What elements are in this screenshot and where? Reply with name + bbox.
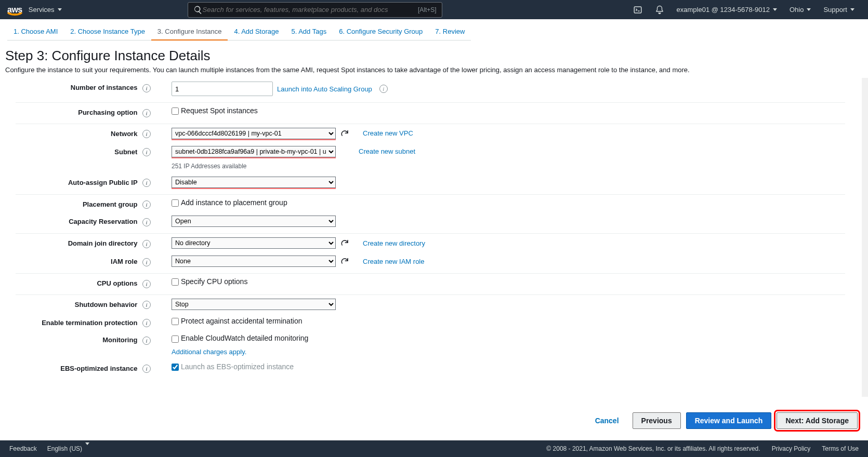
row-auto-ip: Auto-assign Public IP i Disable — [0, 173, 861, 191]
info-icon[interactable]: i — [142, 200, 151, 209]
search-icon — [193, 5, 203, 15]
refresh-icon[interactable] — [340, 238, 349, 248]
directory-select[interactable]: No directory — [172, 237, 336, 249]
review-launch-button[interactable]: Review and Launch — [686, 412, 772, 429]
feedback-link[interactable]: Feedback — [9, 445, 37, 452]
cpu-checkbox-wrap[interactable]: Specify CPU options — [172, 277, 247, 286]
row-placement: Placement group i Add instance to placem… — [0, 195, 861, 212]
termination-checkbox-wrap[interactable]: Protect against accidental termination — [172, 317, 302, 325]
cpu-checkbox-label: Specify CPU options — [181, 277, 247, 286]
wizard-step-7[interactable]: 7. Review — [429, 24, 471, 41]
info-icon[interactable]: i — [142, 148, 151, 156]
info-icon[interactable]: i — [142, 280, 151, 288]
capacity-select[interactable]: Open — [172, 216, 336, 227]
row-network: Network i vpc-066dcccf4d8026199 | my-vpc… — [0, 124, 861, 142]
next-add-storage-button[interactable]: Next: Add Storage — [777, 412, 858, 429]
row-termination: Enable termination protection i Protect … — [0, 313, 861, 331]
account-menu[interactable]: example01 @ 1234-5678-9012 — [670, 6, 783, 14]
page-title: Step 3: Configure Instance Details — [0, 41, 868, 66]
label-capacity: Capacity Reservation — [69, 218, 137, 225]
info-icon[interactable]: i — [142, 179, 151, 187]
monitoring-charges-link[interactable]: Additional charges apply. — [172, 348, 246, 356]
create-vpc-link[interactable]: Create new VPC — [363, 129, 413, 137]
create-subnet-link[interactable]: Create new subnet — [359, 147, 415, 155]
ebs-checkbox-label: Launch as EBS-optimized instance — [181, 362, 294, 371]
language-menu[interactable]: English (US) — [47, 445, 89, 452]
form-scroll-area[interactable]: Number of instances i Launch into Auto S… — [0, 78, 868, 397]
monitoring-checkbox-label: Enable CloudWatch detailed monitoring — [181, 334, 308, 342]
notifications-button[interactable] — [649, 5, 670, 15]
monitoring-checkbox[interactable] — [172, 335, 179, 343]
previous-button[interactable]: Previous — [633, 412, 681, 429]
label-directory: Domain join directory — [68, 239, 138, 247]
wizard-step-1[interactable]: 1. Choose AMI — [7, 24, 64, 41]
termination-checkbox[interactable] — [172, 318, 179, 325]
region-menu[interactable]: Ohio — [783, 6, 817, 14]
info-icon[interactable]: i — [142, 84, 151, 92]
create-iam-link[interactable]: Create new IAM role — [363, 258, 425, 265]
search-shortcut: [Alt+S] — [418, 6, 437, 14]
info-icon[interactable]: i — [142, 109, 151, 117]
search-input[interactable] — [203, 6, 418, 14]
cancel-button[interactable]: Cancel — [587, 412, 627, 429]
support-menu[interactable]: Support — [817, 6, 861, 14]
label-cpu: CPU options — [97, 279, 137, 287]
launch-asg-link[interactable]: Launch into Auto Scaling Group — [277, 85, 372, 93]
row-shutdown: Shutdown behavior i Stop — [0, 295, 861, 313]
monitoring-checkbox-wrap[interactable]: Enable CloudWatch detailed monitoring — [172, 334, 308, 342]
support-label: Support — [823, 6, 847, 14]
svg-rect-0 — [634, 7, 641, 13]
info-icon[interactable]: i — [142, 337, 151, 345]
services-label: Services — [29, 6, 55, 14]
wizard-step-4[interactable]: 4. Add Storage — [228, 24, 285, 41]
wizard-step-3[interactable]: 3. Configure Instance — [151, 24, 228, 41]
label-placement: Placement group — [83, 200, 137, 208]
info-icon[interactable]: i — [142, 301, 151, 309]
refresh-icon[interactable] — [340, 129, 349, 138]
spot-checkbox-wrap[interactable]: Request Spot instances — [172, 106, 258, 115]
label-iam: IAM role — [111, 258, 137, 265]
ebs-checkbox[interactable] — [172, 364, 179, 371]
subnet-select[interactable]: subnet-0db1288fca9af96a9 | private-b-my-… — [172, 146, 336, 157]
caret-down-icon — [850, 8, 854, 11]
network-select[interactable]: vpc-066dcccf4d8026199 | my-vpc-01 — [172, 128, 336, 139]
row-subnet: Subnet i subnet-0db1288fca9af96a9 | priv… — [0, 142, 861, 173]
caret-down-icon — [85, 442, 89, 452]
services-menu[interactable]: Services — [22, 6, 68, 14]
info-icon[interactable]: i — [142, 240, 151, 248]
privacy-link[interactable]: Privacy Policy — [772, 445, 811, 452]
shutdown-select[interactable]: Stop — [172, 299, 336, 310]
wizard-step-5[interactable]: 5. Add Tags — [285, 24, 333, 41]
info-icon[interactable]: i — [142, 365, 151, 373]
cloudshell-button[interactable] — [627, 5, 649, 15]
refresh-icon[interactable] — [340, 257, 349, 266]
info-icon[interactable]: i — [142, 130, 151, 138]
cpu-checkbox[interactable] — [172, 278, 179, 286]
info-icon[interactable]: i — [142, 218, 151, 226]
create-directory-link[interactable]: Create new directory — [363, 239, 425, 247]
wizard-step-2[interactable]: 2. Choose Instance Type — [64, 24, 151, 41]
global-search[interactable]: [Alt+S] — [188, 2, 442, 18]
caret-down-icon — [58, 8, 62, 11]
aws-logo[interactable]: aws — [7, 5, 22, 15]
iam-select[interactable]: None — [172, 256, 336, 267]
spot-checkbox[interactable] — [172, 107, 179, 115]
copyright-text: © 2008 - 2021, Amazon Web Services, Inc.… — [546, 445, 760, 452]
placement-checkbox-wrap[interactable]: Add instance to placement group — [172, 198, 287, 207]
num-instances-input[interactable] — [172, 82, 273, 96]
auto-ip-select[interactable]: Disable — [172, 177, 336, 188]
terms-link[interactable]: Terms of Use — [822, 445, 859, 452]
placement-checkbox[interactable] — [172, 199, 179, 207]
wizard-button-bar: Cancel Previous Review and Launch Next: … — [0, 404, 868, 437]
row-directory: Domain join directory i No directory Cre… — [0, 234, 861, 252]
label-monitoring: Monitoring — [102, 336, 137, 344]
page-footer: Feedback English (US) © 2008 - 2021, Ama… — [0, 440, 868, 457]
wizard-step-6[interactable]: 6. Configure Security Group — [333, 24, 429, 41]
ebs-checkbox-wrap[interactable]: Launch as EBS-optimized instance — [172, 362, 294, 371]
page-description: Configure the instance to suit your requ… — [0, 66, 868, 78]
info-icon[interactable]: i — [142, 319, 151, 327]
wizard-steps: 1. Choose AMI 2. Choose Instance Type 3.… — [0, 19, 868, 41]
info-icon[interactable]: i — [142, 258, 151, 266]
info-icon[interactable]: i — [379, 85, 388, 93]
label-auto-ip: Auto-assign Public IP — [68, 179, 137, 186]
